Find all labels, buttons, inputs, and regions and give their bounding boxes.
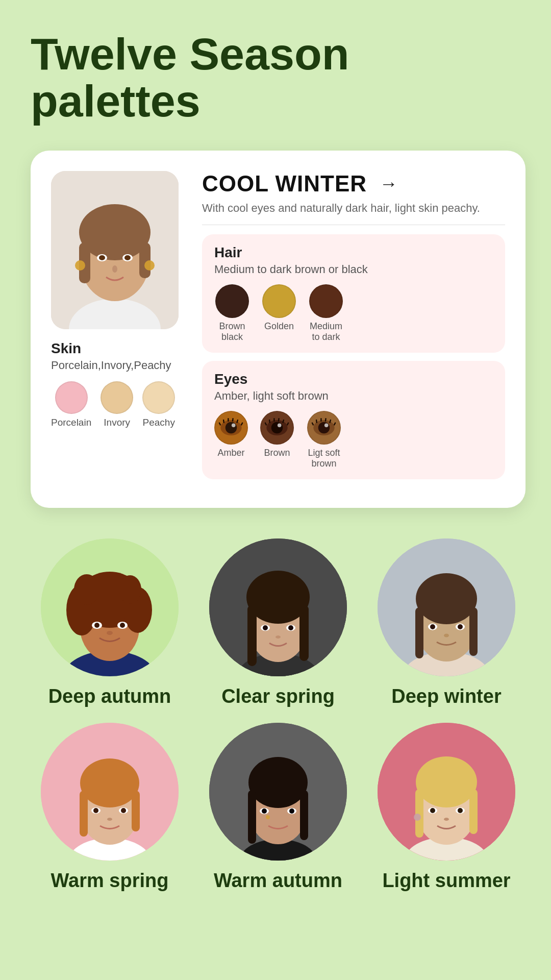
svg-point-13 <box>144 260 155 271</box>
person-label-deep-autumn: Deep autumn <box>48 685 171 707</box>
person-photo <box>51 171 179 329</box>
season-header: COOL WINTER → <box>202 171 505 197</box>
person-label-warm-autumn: Warm autumn <box>214 870 342 892</box>
person-warm-autumn[interactable]: Warm autumn <box>199 723 357 892</box>
person-deep-autumn[interactable]: Deep autumn <box>31 538 189 707</box>
person-circle-deep-winter <box>378 538 515 676</box>
person-circle-deep-autumn <box>41 538 179 676</box>
hair-title: Hair <box>214 244 493 261</box>
svg-point-104 <box>289 808 294 814</box>
svg-point-98 <box>248 757 308 808</box>
person-circle-clear-spring <box>209 538 347 676</box>
eyes-swatch-light-soft-brown: Ligt soft brown <box>306 411 342 469</box>
hair-circle-brown-black <box>215 284 249 318</box>
card-left: Skin Porcelain,Invory,Peachy Porcelain I… <box>51 171 184 487</box>
hair-circle-golden <box>262 284 296 318</box>
eyes-swatch-amber: Amber <box>214 411 248 469</box>
season-arrow-button[interactable]: → <box>376 171 402 197</box>
hair-swatch-brown-black: Brown black <box>214 284 250 342</box>
swatch-label-invory: Invory <box>104 417 130 428</box>
eyes-subtitle: Amber, light soft brown <box>214 389 493 403</box>
hair-swatch-medium-dark: Medium to dark <box>308 284 344 342</box>
season-name: COOL WINTER <box>202 171 367 197</box>
hair-label-medium-dark: Medium to dark <box>308 321 344 342</box>
svg-rect-112 <box>469 789 478 834</box>
card-right: COOL WINTER → With cool eyes and natural… <box>202 171 505 487</box>
person-clear-spring[interactable]: Clear spring <box>199 538 357 707</box>
svg-line-39 <box>316 420 317 423</box>
svg-point-26 <box>271 422 283 433</box>
swatch-circle-porcelain <box>55 381 88 414</box>
persons-grid: Deep autumn <box>31 538 525 892</box>
svg-rect-99 <box>248 790 256 844</box>
person-label-light-summer: Light summer <box>382 870 510 892</box>
svg-point-102 <box>262 808 267 814</box>
swatch-circle-peachy <box>142 381 175 414</box>
svg-point-74 <box>416 573 477 624</box>
person-light-summer[interactable]: Light summer <box>367 723 525 892</box>
eye-circle-amber <box>214 411 248 445</box>
svg-point-36 <box>318 422 330 433</box>
page-title: Twelve Season palettes <box>31 31 525 125</box>
svg-point-93 <box>107 818 112 821</box>
svg-rect-88 <box>132 791 140 831</box>
hair-circle-medium-dark <box>309 284 343 318</box>
svg-rect-76 <box>469 607 478 656</box>
svg-point-114 <box>430 808 435 813</box>
hair-feature-card: Hair Medium to dark brown or black Brown… <box>202 234 505 353</box>
svg-point-56 <box>120 623 125 628</box>
svg-point-68 <box>288 625 293 630</box>
person-warm-spring[interactable]: Warm spring <box>31 723 189 892</box>
swatch-porcelain: Porcelain <box>51 381 91 428</box>
person-circle-light-summer <box>378 723 515 861</box>
svg-line-29 <box>269 420 270 423</box>
eyes-label-light-soft-brown: Ligt soft brown <box>306 448 342 469</box>
svg-point-11 <box>112 265 117 273</box>
eye-circle-brown <box>260 411 294 445</box>
person-deep-winter[interactable]: Deep winter <box>367 538 525 707</box>
swatch-peachy: Peachy <box>142 381 175 428</box>
svg-rect-100 <box>300 790 308 840</box>
svg-rect-75 <box>415 607 423 658</box>
hair-label-golden: Golden <box>264 321 294 332</box>
svg-point-17 <box>232 423 236 427</box>
person-label-clear-spring: Clear spring <box>221 685 335 707</box>
svg-point-116 <box>458 808 463 813</box>
eyes-swatch-brown: Brown <box>260 411 294 469</box>
swatch-label-porcelain: Porcelain <box>51 417 91 428</box>
svg-rect-87 <box>80 791 88 837</box>
svg-point-118 <box>444 818 449 821</box>
svg-point-110 <box>416 756 477 807</box>
hair-swatch-golden: Golden <box>262 284 296 342</box>
eye-circle-light-soft-brown <box>307 411 341 445</box>
eyes-swatches: Amber <box>214 411 493 469</box>
svg-line-41 <box>325 418 326 422</box>
svg-point-54 <box>94 623 99 628</box>
svg-point-117 <box>414 814 421 821</box>
season-description: With cool eyes and naturally dark hair, … <box>202 201 505 216</box>
svg-line-31 <box>279 418 279 422</box>
svg-point-12 <box>75 260 85 271</box>
svg-point-69 <box>276 635 281 639</box>
hair-subtitle: Medium to dark brown or black <box>214 263 493 276</box>
svg-point-27 <box>278 423 282 427</box>
svg-point-16 <box>226 422 237 433</box>
skin-swatches: Porcelain Invory Peachy <box>51 381 175 428</box>
page-wrapper: Twelve Season palettes <box>0 0 551 927</box>
svg-point-92 <box>121 808 126 813</box>
svg-point-52 <box>119 575 141 604</box>
swatch-circle-invory <box>101 381 133 414</box>
svg-point-66 <box>263 625 268 630</box>
eyes-title: Eyes <box>214 371 493 387</box>
eyes-feature-card: Eyes Amber, light soft brown <box>202 361 505 479</box>
svg-point-90 <box>93 808 98 813</box>
hair-label-brown-black: Brown black <box>214 321 250 342</box>
eyes-label-brown: Brown <box>264 448 290 458</box>
swatch-invory: Invory <box>101 381 133 428</box>
person-label-warm-spring: Warm spring <box>51 870 169 892</box>
svg-point-64 <box>246 571 310 624</box>
person-label-deep-winter: Deep winter <box>391 685 501 707</box>
svg-point-51 <box>74 574 99 605</box>
svg-point-105 <box>266 815 270 819</box>
svg-rect-6 <box>139 242 151 278</box>
